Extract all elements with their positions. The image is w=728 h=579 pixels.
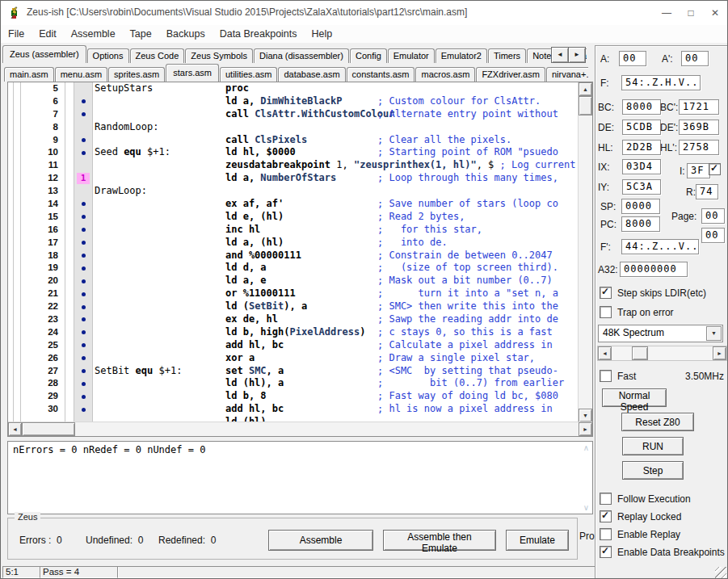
reg-hl-field[interactable]: 2D2B [622, 140, 661, 155]
breakpoint-gutter[interactable] [74, 326, 93, 339]
code-line-23[interactable]: 23ex de, hl; Sawp the reading addr into … [8, 313, 579, 326]
reg-f-field[interactable]: 54:.Z.H.V.. [621, 75, 701, 90]
reg-a2-field[interactable]: 00 [681, 51, 709, 66]
breakpoint-gutter[interactable] [74, 365, 93, 378]
breakpoint-gutter[interactable] [74, 211, 93, 224]
run-button[interactable]: RUN [622, 437, 684, 455]
reg-pc-field[interactable]: 8000 [621, 216, 660, 232]
tab-scroll-left-icon[interactable]: ◄ [551, 47, 569, 63]
speed-slider[interactable]: ◄ ► [597, 346, 727, 361]
maximize-icon[interactable]: □ [679, 1, 703, 25]
file-tab-nirvana+-asm[interactable]: nirvana+.asm [546, 67, 588, 82]
code-line-7[interactable]: 7call ClsAttr.WithCustomColour; Alternat… [8, 108, 579, 121]
code-line-16[interactable]: 16inc hl; for this star, [8, 224, 579, 237]
chevron-down-icon[interactable]: ▼ [706, 326, 722, 341]
breakpoint-gutter[interactable] [74, 95, 93, 108]
file-tab-sprites-asm[interactable]: sprites.asm [108, 67, 165, 82]
enable-data-breakpoints-checkbox[interactable]: Enable Data Breakpoints [600, 546, 725, 558]
reg-hl2-field[interactable]: 2758 [679, 140, 719, 155]
reg-a32-field[interactable]: 00000000 [620, 262, 688, 277]
code-area[interactable]: 5SetupStarsproc6ld a, DimWhiteBlackP; Cu… [8, 82, 579, 422]
editor-horizontal-scrollbar[interactable]: ◄ ► [8, 422, 592, 436]
breakpoint-gutter[interactable] [74, 198, 93, 211]
trap-on-error-checkbox[interactable]: Trap on error [600, 306, 674, 318]
file-tab-macros-asm[interactable]: macros.asm [415, 67, 475, 82]
assemble-then-emulate-button[interactable]: Assemble then Emulate [383, 530, 496, 551]
code-line-14[interactable]: 14ex af, af'; Save number of stars (loop… [8, 198, 579, 211]
file-tab-fzxdriver-asm[interactable]: FZXdriver.asm [476, 67, 545, 82]
breakpoint-gutter[interactable] [74, 250, 93, 262]
breakpoint-gutter[interactable] [74, 185, 93, 198]
enable-replay-checkbox[interactable]: Enable Replay [600, 528, 680, 540]
reg-r-field[interactable]: 74 [696, 184, 718, 199]
slider-left-icon[interactable]: ◄ [598, 346, 612, 360]
menu-help[interactable]: Help [305, 25, 340, 43]
tab-emulator2[interactable]: Emulator2 [436, 48, 487, 63]
code-line-17[interactable]: 17ld a, (hl); into de. [8, 237, 579, 250]
breakpoint-gutter[interactable] [74, 146, 93, 159]
code-line-21[interactable]: 21or %11000111; turn it into a "set n, a [8, 287, 579, 300]
minimize-icon[interactable]: — [654, 1, 679, 25]
reg-bc-field[interactable]: 8000 [622, 99, 661, 115]
reset-z80-button[interactable]: Reset Z80 [621, 413, 694, 431]
reg-de2-field[interactable]: 369B [679, 120, 719, 135]
output-scroll-up-icon[interactable]: ∧ [583, 443, 589, 452]
code-line-25[interactable]: 25add hl, bc; Calculate a pixel address … [8, 339, 579, 352]
assembler-output-panel[interactable]: nErrors = 0 nRedef = 0 nUndef = 0 ∧ ∨ [7, 441, 593, 514]
scroll-left-icon[interactable]: ◄ [8, 422, 22, 436]
tab-config[interactable]: Config [350, 48, 387, 63]
reg-sp-field[interactable]: 0000 [621, 199, 660, 214]
file-tab-constants-asm[interactable]: constants.asm [347, 67, 415, 82]
breakpoint-gutter[interactable] [74, 313, 93, 326]
page-field-2[interactable]: 00 [701, 228, 725, 243]
breakpoint-gutter[interactable] [74, 237, 93, 250]
code-line-29[interactable]: 29ld b, 8; Fast way of doing ld bc, $080 [8, 390, 579, 403]
step-button[interactable]: Step [622, 461, 684, 480]
code-line-28[interactable]: 28ld (hl), a; bit (0..7) from earlier [8, 377, 579, 390]
scroll-up-icon[interactable]: ▲ [579, 82, 592, 96]
breakpoint-gutter[interactable] [74, 108, 93, 121]
breakpoint-gutter[interactable] [74, 121, 93, 134]
breakpoint-gutter[interactable] [74, 403, 93, 416]
code-line-24[interactable]: 24ld b, high(PixelAddress); c stays 0, s… [8, 326, 579, 339]
slider-thumb[interactable] [632, 346, 648, 360]
file-tab-menu-asm[interactable]: menu.asm [55, 67, 107, 82]
interrupt-checkbox[interactable] [709, 163, 721, 175]
editor-vertical-scrollbar[interactable]: ▲ ▼ [578, 82, 592, 422]
reg-f2-field[interactable]: 44:.Z...V.. [621, 239, 699, 254]
code-line-10[interactable]: 10Seed equ $+1:ld hl, $0000; Starting po… [8, 146, 579, 159]
breakpoint-gutter[interactable] [74, 275, 93, 287]
code-line-8[interactable]: 8RandomLoop: [8, 121, 579, 134]
page-field-1[interactable]: 00 [701, 208, 725, 224]
slider-right-icon[interactable]: ► [713, 346, 726, 360]
output-scroll-down-icon[interactable]: ∨ [583, 503, 589, 512]
file-tab-database-asm[interactable]: database.asm [278, 67, 345, 82]
replay-locked-checkbox[interactable]: Replay Locked [600, 510, 681, 522]
tab-diana-disassembler-[interactable]: Diana (disassembler) [254, 48, 349, 63]
normal-speed-button[interactable]: Normal Speed [602, 388, 667, 407]
scroll-down-icon[interactable]: ▼ [579, 409, 592, 422]
vscroll-thumb[interactable] [579, 96, 592, 115]
hscroll-thumb[interactable] [22, 422, 75, 436]
tab-options[interactable]: Options [87, 48, 129, 63]
machine-select[interactable]: 48K Spectrum ▼ [598, 325, 723, 342]
tab-scroll-right-icon[interactable]: ► [568, 47, 586, 63]
code-line-13[interactable]: 13DrawLoop: [8, 185, 579, 198]
breakpoint-gutter[interactable] [74, 377, 93, 390]
tab-zeus-code[interactable]: Zeus Code [130, 48, 185, 63]
code-line-18[interactable]: 18and %00000111; Constrain de between 0.… [8, 250, 579, 262]
follow-execution-checkbox[interactable]: Follow Execution [600, 493, 691, 505]
code-line-22[interactable]: 22ld (SetBit), a; SMC> then write this i… [8, 300, 579, 313]
reg-i-field[interactable]: 3F [687, 163, 710, 178]
breakpoint-gutter[interactable] [74, 300, 93, 313]
code-line-5[interactable]: 5SetupStarsproc [8, 82, 579, 95]
menu-file[interactable]: File [1, 25, 32, 43]
menu-backups[interactable]: Backups [159, 25, 213, 43]
breakpoint-gutter[interactable] [74, 339, 93, 352]
resize-grip-icon[interactable] [715, 567, 726, 578]
breakpoint-gutter[interactable] [74, 287, 93, 300]
reg-ix-field[interactable]: 03D4 [622, 159, 661, 174]
reg-a-field[interactable]: 00 [619, 51, 646, 66]
step-skips-ldir-checkbox[interactable]: Step skips LDIR(etc) [600, 287, 706, 299]
code-line-11[interactable]: 11zeusdatabreakpoint 1, "zeusprinthex(1,… [8, 159, 579, 172]
